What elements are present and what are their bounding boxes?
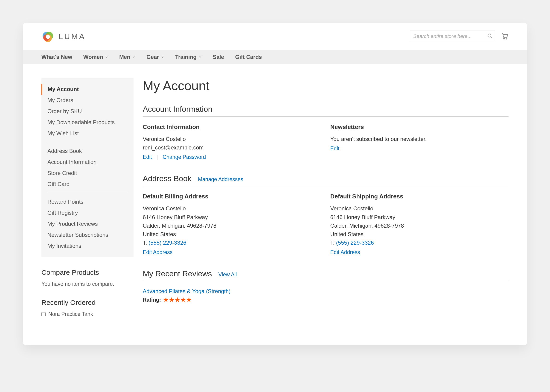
edit-contact-link[interactable]: Edit <box>143 154 152 160</box>
svg-point-7 <box>504 38 504 39</box>
separator: | <box>157 154 158 160</box>
review-item: Advanced Pilates & Yoga (Strength)Rating… <box>143 288 509 303</box>
main-nav: What's NewWomenMenGearTrainingSaleGift C… <box>23 50 527 64</box>
chevron-down-icon <box>198 56 202 59</box>
edit-billing-link[interactable]: Edit Address <box>143 249 173 255</box>
cart-icon[interactable] <box>501 32 509 41</box>
nav-item-gift-cards[interactable]: Gift Cards <box>235 54 262 60</box>
section-account-info-label: Account Information <box>143 105 212 114</box>
newsletters-title: Newsletters <box>330 123 509 131</box>
nav-label: What's New <box>41 54 72 60</box>
manage-addresses-link[interactable]: Manage Addresses <box>198 176 243 182</box>
nav-label: Sale <box>213 54 224 60</box>
nav-item-men[interactable]: Men <box>119 54 135 60</box>
default-shipping-box: Default Shipping Address Veronica Costel… <box>330 193 509 255</box>
svg-point-4 <box>46 35 50 39</box>
header: LUMA <box>23 23 527 50</box>
sidebar-item-address-book[interactable]: Address Book <box>41 146 128 157</box>
billing-city-line: Calder, Michigan, 49628-7978 <box>143 221 321 230</box>
section-account-info: Account Information <box>143 105 509 117</box>
sidebar-item-my-account[interactable]: My Account <box>41 84 128 95</box>
edit-newsletter-link[interactable]: Edit <box>330 146 340 152</box>
nav-item-gear[interactable]: Gear <box>146 54 164 60</box>
account-sidebar-nav: My AccountMy OrdersOrder by SKUMy Downlo… <box>41 78 134 257</box>
recently-ordered-label: Nora Practice Tank <box>48 311 93 317</box>
newsletters-box: Newsletters You aren't subscribed to our… <box>330 123 509 160</box>
sidebar-item-order-by-sku[interactable]: Order by SKU <box>41 106 128 117</box>
sidebar-item-my-product-reviews[interactable]: My Product Reviews <box>41 218 128 230</box>
nav-item-what-s-new[interactable]: What's New <box>41 54 72 60</box>
search-icon[interactable] <box>487 33 493 40</box>
search-input[interactable] <box>410 31 495 42</box>
section-recent-reviews-label: My Recent Reviews <box>143 269 212 278</box>
view-all-reviews-link[interactable]: View All <box>218 272 237 278</box>
billing-phone[interactable]: (555) 229-3326 <box>148 239 186 246</box>
svg-line-6 <box>491 37 492 38</box>
recently-ordered-item[interactable]: Nora Practice Tank <box>41 311 134 317</box>
sidebar-item-gift-card[interactable]: Gift Card <box>41 179 128 190</box>
recently-ordered-checkbox[interactable] <box>41 312 46 316</box>
sidebar-item-my-invitations[interactable]: My Invitations <box>41 240 128 252</box>
nav-label: Training <box>175 54 197 60</box>
billing-country: United States <box>143 230 321 238</box>
change-password-link[interactable]: Change Password <box>163 154 206 160</box>
compare-empty-text: You have no items to compare. <box>41 281 134 287</box>
compare-products-block: Compare Products You have no items to co… <box>41 269 134 287</box>
logo-text: LUMA <box>58 32 86 41</box>
contact-email: roni_cost@example.com <box>143 143 321 152</box>
edit-shipping-link[interactable]: Edit Address <box>330 249 360 255</box>
nav-label: Women <box>83 54 103 60</box>
nav-item-sale[interactable]: Sale <box>213 54 224 60</box>
nav-item-women[interactable]: Women <box>83 54 108 60</box>
contact-name: Veronica Costello <box>143 135 321 143</box>
nav-item-training[interactable]: Training <box>175 54 202 60</box>
nav-label: Gift Cards <box>235 54 262 60</box>
sidebar-item-store-credit[interactable]: Store Credit <box>41 168 128 179</box>
shipping-phone[interactable]: (555) 229-3326 <box>336 239 374 246</box>
sidebar-item-my-downloadable-products[interactable]: My Downloadable Products <box>41 117 128 128</box>
shipping-phone-label: T: <box>330 239 336 246</box>
sidebar-item-my-wish-list[interactable]: My Wish List <box>41 128 128 139</box>
search-box <box>410 31 495 42</box>
shipping-title: Default Shipping Address <box>330 193 509 200</box>
shipping-city-line: Calder, Michigan, 49628-7978 <box>330 221 509 230</box>
rating-label: Rating: <box>143 297 161 303</box>
logo[interactable]: LUMA <box>41 30 86 43</box>
newsletter-status-text: You aren't subscribed to our newsletter. <box>330 135 509 143</box>
sidebar-item-my-orders[interactable]: My Orders <box>41 95 128 106</box>
billing-street: 6146 Honey Bluff Parkway <box>143 213 321 221</box>
chevron-down-icon <box>132 56 135 59</box>
svg-point-8 <box>506 38 507 39</box>
page-title: My Account <box>143 78 509 93</box>
default-billing-box: Default Billing Address Veronica Costell… <box>143 193 321 255</box>
chevron-down-icon <box>105 56 108 59</box>
shipping-country: United States <box>330 230 509 238</box>
star-icon: ★★★★★ <box>163 296 192 303</box>
svg-point-5 <box>488 34 491 37</box>
review-product-link[interactable]: Advanced Pilates & Yoga (Strength) <box>143 288 231 294</box>
section-address-book: Address Book Manage Addresses <box>143 174 509 186</box>
nav-label: Gear <box>146 54 159 60</box>
shipping-street: 6146 Honey Bluff Parkway <box>330 213 509 221</box>
logo-icon <box>41 30 54 43</box>
shipping-name: Veronica Costello <box>330 204 509 213</box>
section-recent-reviews: My Recent Reviews View All <box>143 269 509 281</box>
contact-info-title: Contact Information <box>143 123 321 131</box>
sidebar-item-newsletter-subscriptions[interactable]: Newsletter Subscriptions <box>41 230 128 240</box>
billing-title: Default Billing Address <box>143 193 321 200</box>
nav-label: Men <box>119 54 130 60</box>
contact-info-box: Contact Information Veronica Costello ro… <box>143 123 321 160</box>
chevron-down-icon <box>161 56 164 59</box>
billing-name: Veronica Costello <box>143 204 321 213</box>
sidebar-item-account-information[interactable]: Account Information <box>41 157 128 168</box>
sidebar-item-gift-registry[interactable]: Gift Registry <box>41 207 128 218</box>
recently-ordered-title: Recently Ordered <box>41 299 134 307</box>
sidebar-item-reward-points[interactable]: Reward Points <box>41 196 128 207</box>
compare-title: Compare Products <box>41 269 134 276</box>
recently-ordered-block: Recently Ordered Nora Practice Tank <box>41 299 134 317</box>
section-address-book-label: Address Book <box>143 174 192 183</box>
billing-phone-label: T: <box>143 239 148 246</box>
